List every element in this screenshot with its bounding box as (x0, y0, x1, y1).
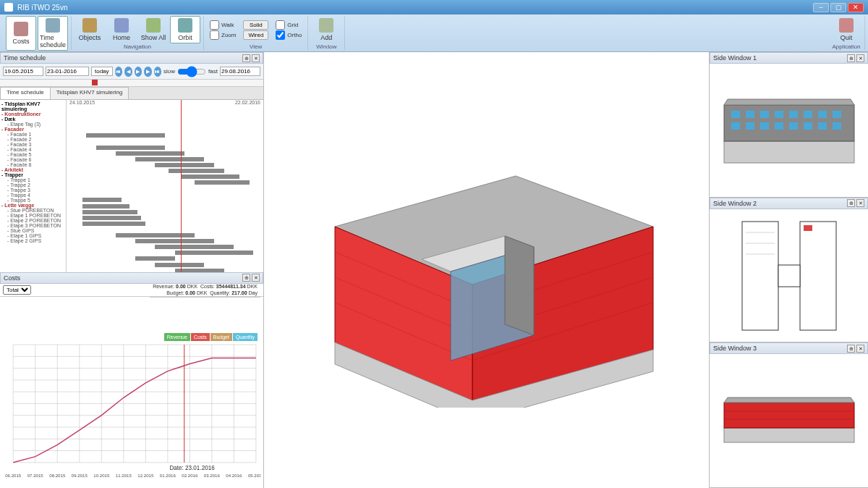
side-window-2-viewport[interactable] (710, 209, 868, 342)
tab-time-schedule[interactable]: Time schedule (0, 87, 51, 99)
task-row[interactable]: - Etape 3 POREBETON (1, 223, 64, 228)
gantt-bar[interactable] (82, 222, 145, 226)
gantt-chart[interactable]: 24.10.201522.02.2016 (67, 100, 263, 272)
task-row[interactable]: - Stue POREBETON (1, 208, 64, 213)
gantt-bar[interactable] (155, 163, 214, 167)
rewind-button[interactable]: ⏮ (115, 67, 123, 77)
zoom-checkbox[interactable]: Zoom (210, 30, 236, 40)
gantt-bar[interactable] (135, 239, 214, 243)
side-window-1-viewport[interactable] (710, 64, 868, 197)
gantt-bar[interactable] (181, 174, 240, 179)
task-row[interactable]: - Trappe 4 (1, 193, 64, 198)
panel-close-icon[interactable]: ✕ (252, 274, 260, 282)
grid-checkbox[interactable]: Grid (276, 20, 302, 30)
gantt-bar[interactable] (135, 157, 204, 161)
walk-checkbox[interactable]: Walk (210, 20, 236, 30)
legend-item[interactable]: Budget (210, 333, 232, 341)
task-row[interactable]: - Facader (1, 127, 64, 132)
maximize-button[interactable]: ▢ (830, 3, 846, 12)
task-row[interactable]: - Facade 1 (1, 132, 64, 137)
task-row[interactable]: - Etape 1 POREBETON (1, 213, 64, 218)
pin-icon[interactable]: ⊕ (242, 274, 250, 282)
costs-filter-select[interactable]: Total (3, 285, 31, 295)
gantt-bar[interactable] (96, 146, 165, 150)
task-row[interactable]: - Facade 6 (1, 157, 64, 162)
add-window-button[interactable]: Add (311, 16, 341, 43)
legend-item[interactable]: Costs (191, 333, 210, 341)
pin-icon[interactable]: ⊕ (847, 345, 855, 353)
gantt-bar[interactable] (82, 210, 137, 214)
start-date-input[interactable] (3, 67, 43, 76)
ortho-checkbox[interactable]: Ortho (276, 30, 302, 40)
pin-icon[interactable]: ⊕ (242, 54, 250, 62)
task-row[interactable]: - Facade 3 (1, 142, 64, 147)
gantt-bar[interactable] (86, 133, 165, 138)
task-row[interactable]: - Stue GIPS (1, 228, 64, 233)
gantt-bar[interactable] (169, 169, 224, 173)
panel-close-icon[interactable]: ✕ (252, 54, 260, 62)
ffwd-button[interactable]: ⏭ (154, 67, 162, 77)
task-row[interactable]: - Lette vægge (1, 203, 64, 208)
gantt-bar[interactable] (175, 251, 254, 255)
task-row[interactable]: - Tidsplan KHV7 simulering (1, 101, 64, 112)
task-row[interactable]: - Dæk (1, 117, 64, 122)
task-row[interactable]: - Trapper (1, 172, 64, 177)
legend-item[interactable]: Quantity (233, 333, 258, 341)
side-window-3-viewport[interactable] (710, 354, 868, 487)
task-row[interactable]: - Facade 4 (1, 147, 64, 152)
task-row[interactable]: - Facade 8 (1, 162, 64, 167)
current-date-input[interactable] (46, 67, 89, 76)
gantt-bar[interactable] (155, 245, 234, 249)
gantt-bar[interactable] (135, 256, 174, 261)
quit-button[interactable]: Quit (831, 16, 861, 43)
gantt-bar[interactable] (82, 198, 122, 202)
task-row[interactable]: - Trappe 1 (1, 177, 64, 182)
end-date-input[interactable] (220, 67, 260, 76)
task-row[interactable]: - Arkitekt (1, 167, 64, 172)
add-icon (319, 18, 333, 33)
wired-button[interactable]: Wired (243, 30, 268, 40)
stepfwd-button[interactable]: ▶ (144, 67, 152, 77)
task-row[interactable]: - Etape Tag (3) (1, 122, 64, 127)
home-button[interactable]: Home (106, 16, 137, 43)
showall-button[interactable]: Show All (138, 16, 169, 43)
task-row[interactable]: - Trappe 3 (1, 188, 64, 193)
pin-icon[interactable]: ⊕ (847, 199, 855, 207)
gantt-bar[interactable] (82, 216, 142, 220)
gantt-bar[interactable] (195, 180, 250, 185)
task-row[interactable]: - Etape 1 GIPS (1, 233, 64, 238)
gantt-bar[interactable] (82, 204, 129, 209)
task-row[interactable]: - Trappe 5 (1, 198, 64, 203)
gantt-bar[interactable] (116, 233, 195, 237)
panel-close-icon[interactable]: ✕ (856, 199, 864, 207)
panel-close-icon[interactable]: ✕ (856, 345, 864, 353)
gantt-bar[interactable] (155, 263, 204, 267)
timeline-ruler[interactable] (0, 80, 263, 87)
solid-button[interactable]: Solid (243, 20, 268, 30)
gantt-bar[interactable] (116, 151, 184, 156)
costs-ribbon-button[interactable]: Costs (6, 16, 36, 51)
legend-item[interactable]: Revenue (164, 333, 190, 341)
play-button[interactable]: ▶ (135, 67, 142, 77)
orbit-button[interactable]: Orbit (170, 16, 200, 43)
minimize-button[interactable]: – (813, 3, 829, 12)
speed-slider[interactable] (177, 66, 206, 77)
pin-icon[interactable]: ⊕ (847, 54, 855, 62)
panel-close-icon[interactable]: ✕ (856, 54, 864, 62)
main-3d-viewport[interactable] (264, 52, 709, 488)
stepback-button[interactable]: ◀ (124, 67, 132, 77)
today-button[interactable]: today (91, 67, 113, 76)
task-row[interactable]: - Facade 5 (1, 152, 64, 157)
task-row[interactable]: - Trappe 2 (1, 182, 64, 188)
timeschedule-ribbon-button[interactable]: Time schedule (38, 16, 68, 51)
task-row[interactable]: - Etape 2 GIPS (1, 238, 64, 243)
task-row[interactable]: - Etape 2 POREBETON (1, 218, 64, 223)
objects-button[interactable]: Objects (75, 16, 105, 43)
close-button[interactable]: ✕ (848, 3, 864, 12)
task-row[interactable]: - Facade 2 (1, 137, 64, 142)
gantt-bar[interactable] (175, 269, 224, 272)
costs-chart[interactable]: Date: 23.01.2016 06.201507.201508.201509… (3, 300, 260, 485)
task-row[interactable]: - Konstruktioner (1, 112, 64, 117)
tab-tidsplan[interactable]: Tidsplan KHV7 simulering (50, 87, 129, 99)
gantt-task-list[interactable]: - Tidsplan KHV7 simulering- Konstruktion… (0, 100, 67, 272)
